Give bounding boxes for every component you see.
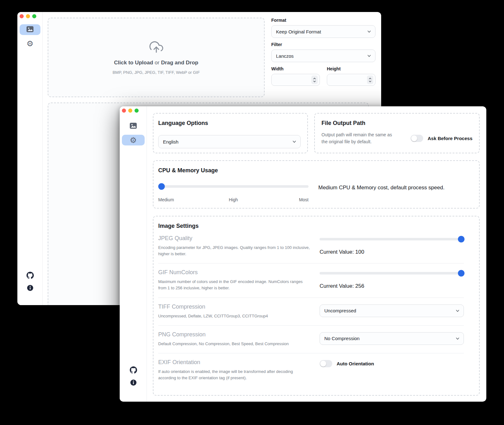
sidebar: ⚙ [120,106,147,402]
exif-orientation-row: EXIF Orientation If auto orientation is … [158,353,464,387]
jpeg-quality-row: JPEG Quality Encoding parameter for JPG,… [158,229,464,263]
gear-icon: ⚙ [27,40,33,48]
width-input[interactable] [271,74,320,86]
exif-orientation-description: If auto orientation is enabled, the imag… [158,369,310,381]
info-icon [27,285,33,292]
auto-orientation-toggle[interactable] [320,360,332,367]
gif-numcolors-row: GIF NumColors Maximum number of colors u… [158,263,464,297]
tiff-compression-select[interactable]: Uncompressed [320,304,464,317]
jpeg-quality-slider-thumb[interactable] [458,236,465,243]
gif-numcolors-title: GIF NumColors [158,269,310,276]
filter-select-value: Lanczos [276,53,294,59]
upload-dropzone[interactable]: Click to UploadorDrag and Drop BMP, PNG,… [48,18,265,97]
language-options-panel: Language Options English [153,113,308,153]
language-select-value: English [163,139,178,145]
exif-orientation-title: EXIF Orientation [158,359,310,366]
format-label: Format [271,18,375,23]
jpeg-quality-description: Encoding parameter for JPG, JPEG images.… [158,245,310,257]
gif-numcolors-slider[interactable] [320,272,464,274]
window-controls [122,109,139,113]
chevron-down-icon [455,336,460,341]
tick-most: Most [299,197,309,202]
sidebar-item-settings[interactable]: ⚙ [20,38,40,49]
sidebar-item-images[interactable] [20,24,40,35]
close-button[interactable] [20,14,24,18]
format-select-value: Keep Original Format [276,29,321,34]
about-button[interactable] [120,379,147,387]
png-compression-description: Default Compression, No Compression, Bes… [158,341,310,347]
filter-select[interactable]: Lanczos [271,50,375,62]
cpu-memory-slider[interactable] [158,185,309,188]
output-path-description: Output path will remain the same as the … [321,131,397,145]
gear-icon: ⚙ [130,136,137,144]
file-output-path-panel: File Output Path Output path will remain… [314,113,480,153]
gif-numcolors-slider-thumb[interactable] [458,270,465,277]
ask-before-process-label: Ask Before Process [428,136,472,141]
height-stepper[interactable] [367,76,373,84]
info-icon [130,379,137,387]
cpu-memory-status: Medium CPU & Memory cost, default proces… [318,185,445,203]
tiff-compression-description: Uncompressed, Deflate, LZW, CCITTGroup3,… [158,313,310,319]
image-icon [130,123,137,130]
language-options-title: Language Options [158,120,301,127]
chevron-down-icon [292,139,297,144]
chevron-down-icon [367,54,371,58]
upload-title: Click to UploadorDrag and Drop [114,60,198,66]
chevron-down-icon [455,309,460,313]
jpeg-quality-current-value: Current Value: 100 [320,249,464,255]
gif-numcolors-description: Maximum number of colors used in the GIF… [158,279,310,291]
sidebar-item-settings[interactable]: ⚙ [122,135,145,145]
cpu-memory-title: CPU & Memory Usage [158,167,472,174]
cpu-memory-panel: CPU & Memory Usage Medium High Most Medi… [153,160,480,209]
toggle-knob [320,361,326,367]
width-stepper[interactable] [311,76,318,84]
upload-formats-hint: BMP, PNG, JPG, JPEG, TIF, TIFF, WebP or … [112,70,200,75]
height-label: Height [327,66,375,71]
jpeg-quality-slider[interactable] [320,238,464,240]
image-settings-title: Image Settings [158,216,464,229]
tiff-compression-row: TIFF Compression Uncompressed, Deflate, … [158,298,464,325]
chevron-down-icon [367,29,371,34]
png-compression-row: PNG Compression Default Compression, No … [158,325,464,353]
settings-window: ⚙ Language Options English File Output P… [120,106,486,402]
about-button[interactable] [17,285,43,292]
cpu-memory-tick-labels: Medium High Most [158,197,309,203]
tiff-compression-title: TIFF Compression [158,304,310,310]
minimize-button[interactable] [128,109,132,113]
github-icon [27,272,34,280]
height-input[interactable] [327,74,375,86]
tick-medium: Medium [158,197,174,202]
github-icon [130,366,137,375]
upload-title-drag: Drag and Drop [161,60,198,66]
github-link[interactable] [17,272,43,280]
upload-title-or: or [155,60,159,66]
gif-numcolors-current-value: Current Value: 256 [320,283,464,289]
jpeg-quality-title: JPEG Quality [158,235,310,242]
png-compression-select[interactable]: No Compression [320,332,464,345]
upload-title-click: Click to Upload [114,60,153,66]
tiff-compression-value: Uncompressed [324,308,356,313]
language-select[interactable]: English [158,135,301,148]
auto-orientation-label: Auto Orientation [337,361,374,366]
filter-label: Filter [271,42,375,47]
close-button[interactable] [122,109,126,113]
ask-before-process-toggle[interactable] [411,135,423,142]
file-output-path-title: File Output Path [321,120,472,127]
image-icon [27,26,33,33]
sidebar-item-images[interactable] [122,121,145,132]
github-link[interactable] [120,366,147,375]
minimize-button[interactable] [26,14,30,18]
tick-high: High [229,197,238,202]
toggle-knob [411,135,417,141]
window-controls [20,14,36,18]
png-compression-title: PNG Compression [158,331,310,338]
conversion-options-panel: Format Keep Original Format Filter Lancz… [271,18,375,86]
sidebar: ⚙ [17,12,43,305]
png-compression-value: No Compression [324,336,360,341]
width-label: Width [271,66,320,71]
upload-cloud-icon [149,40,164,55]
zoom-button[interactable] [32,14,36,18]
zoom-button[interactable] [135,109,139,113]
cpu-memory-slider-thumb[interactable] [158,183,165,190]
format-select[interactable]: Keep Original Format [271,25,375,38]
